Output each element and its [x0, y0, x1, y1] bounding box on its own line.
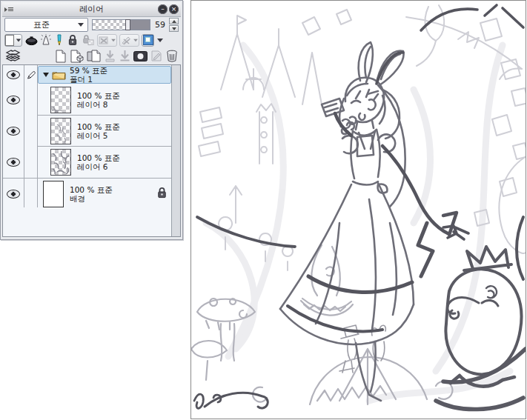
sketch-castle-and-cards [199, 5, 526, 270]
new-layer-set-icon[interactable] [69, 50, 84, 62]
transfer-down-icon[interactable] [103, 50, 116, 62]
delete-layer-icon[interactable] [165, 50, 179, 62]
duplicate-layer-icon[interactable] [86, 50, 102, 62]
layer-list: 59 % 표준 폴더 1 100 % 표준 레이어 8 [2, 64, 181, 237]
layer-row[interactable]: 100 % 표준 레이어 8 [3, 84, 172, 116]
panel-titlebar: 레이어 – × [2, 2, 181, 17]
layer-ops-row [2, 47, 181, 64]
layer-name: 폴더 1 [70, 75, 107, 84]
layer-thumbnail [50, 149, 71, 176]
visibility-eye-icon[interactable] [7, 158, 20, 167]
selected-row-highlight: 59 % 표준 폴더 1 [38, 66, 171, 84]
stencil-off-icon[interactable] [119, 34, 139, 47]
layer-color-dropdown-icon[interactable] [156, 34, 164, 47]
layer-name: 레이어 8 [77, 100, 120, 109]
opacity-slider[interactable] [92, 19, 150, 30]
clip-mask-off-icon[interactable] [97, 34, 117, 47]
layer-row[interactable]: 100 % 표준 레이어 5 [3, 116, 172, 147]
layer-mask-icon[interactable] [133, 50, 148, 62]
sketch-soft-shading [206, 45, 510, 401]
pen-icon[interactable] [53, 34, 64, 47]
layer-info: 59 % 표준 [70, 66, 107, 75]
layer-info: 100 % 표준 [77, 153, 120, 162]
sketch-egg-character [436, 247, 526, 410]
lock-alpha-icon[interactable] [81, 34, 95, 47]
layers-stack-icon[interactable] [4, 50, 22, 62]
new-layer-icon[interactable] [53, 50, 67, 62]
opacity-down-button[interactable] [169, 25, 179, 32]
opacity-slider-handle[interactable] [125, 19, 130, 30]
blend-row: 표준 59 [2, 17, 181, 33]
sketch-girl [280, 42, 414, 401]
visibility-eye-icon[interactable] [7, 70, 20, 79]
locked-icon [156, 187, 168, 201]
layer-info: 100 % 표준 [77, 122, 120, 131]
blend-mode-select[interactable]: 표준 [4, 18, 88, 32]
layer-rows: 59 % 표준 폴더 1 100 % 표준 레이어 8 [3, 65, 172, 210]
canvas[interactable] [190, 0, 526, 419]
editing-pen-icon [24, 65, 37, 84]
minimize-button[interactable]: – [158, 4, 168, 14]
opacity-value: 59 [154, 20, 165, 30]
layer-info: 100 % 표준 [77, 91, 120, 100]
layer-name: 레이어 6 [77, 162, 120, 171]
visibility-eye-icon[interactable] [7, 190, 20, 199]
visibility-eye-icon[interactable] [7, 127, 20, 136]
blend-mode-value: 표준 [5, 19, 78, 30]
chevron-down-icon [78, 23, 84, 27]
merge-down-icon[interactable] [118, 50, 131, 62]
layer-name: 레이어 5 [77, 131, 120, 140]
layer-list-empty-area [3, 207, 172, 236]
layer-thumbnail [50, 87, 71, 113]
layer-info: 100 % 표준 [70, 185, 113, 194]
layer-row-folder[interactable]: 59 % 표준 폴더 1 [3, 65, 172, 84]
stencil-icon[interactable] [150, 50, 163, 62]
panel-title: 레이어 [2, 4, 181, 15]
close-button[interactable]: × [169, 4, 179, 14]
opacity-up-button[interactable] [169, 18, 179, 24]
folder-icon [52, 70, 66, 80]
layer-row[interactable]: 100 % 표준 레이어 6 [3, 147, 172, 178]
layer-color-swatch[interactable] [142, 34, 154, 47]
layer-name: 배경 [70, 194, 113, 203]
visibility-eye-icon[interactable] [7, 96, 20, 104]
layer-list-scrollbar[interactable] [171, 65, 180, 236]
layer-panel-window: 레이어 – × 표준 59 [0, 0, 183, 240]
ink-icon[interactable] [24, 34, 38, 47]
paper-color-swatch[interactable] [4, 34, 22, 47]
layer-thumbnail [50, 118, 71, 144]
lock-icon[interactable] [66, 34, 79, 47]
layer-tools-row [2, 33, 181, 47]
sketch-drawing [191, 1, 526, 419]
airbrush-icon[interactable] [40, 34, 51, 47]
layer-thumbnail [43, 181, 64, 207]
layer-row-background[interactable]: 100 % 표준 배경 [3, 178, 172, 210]
folder-expand-icon[interactable] [43, 73, 49, 77]
